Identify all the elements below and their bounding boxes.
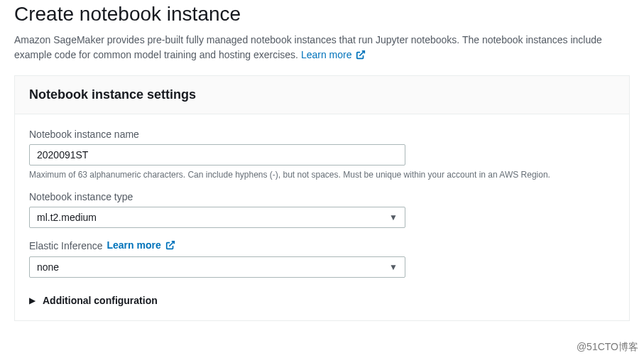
notebook-type-select[interactable]: ml.t2.medium ▼ [29, 207, 405, 228]
settings-card: Notebook instance settings Notebook inst… [14, 75, 630, 321]
learn-more-text: Learn more [301, 49, 352, 60]
caret-right-icon: ▶ [29, 295, 36, 305]
card-header: Notebook instance settings [15, 76, 629, 114]
type-value: ml.t2.medium [37, 212, 97, 223]
notebook-name-input[interactable] [29, 144, 405, 166]
chevron-down-icon: ▼ [389, 262, 398, 272]
type-group: Notebook instance type ml.t2.medium ▼ [29, 191, 615, 228]
name-hint: Maximum of 63 alphanumeric characters. C… [29, 170, 615, 180]
elastic-learn-more-text: Learn more [107, 239, 161, 251]
additional-configuration-toggle[interactable]: ▶ Additional configuration [29, 289, 615, 306]
name-group: Notebook instance name Maximum of 63 alp… [29, 129, 615, 180]
learn-more-link[interactable]: Learn more [301, 49, 366, 60]
elastic-value: none [37, 261, 59, 273]
page-description: Amazon SageMaker provides pre-built full… [14, 33, 630, 64]
elastic-label: Elastic Inference [29, 240, 103, 251]
external-link-icon [356, 49, 366, 64]
page-title: Create notebook instance [14, 3, 630, 26]
elastic-learn-more-link[interactable]: Learn more [107, 239, 175, 252]
card-body: Notebook instance name Maximum of 63 alp… [15, 114, 629, 320]
external-link-icon [165, 240, 175, 252]
watermark: @51CTO博客 [577, 341, 638, 354]
chevron-down-icon: ▼ [389, 212, 398, 222]
name-label: Notebook instance name [29, 129, 615, 140]
elastic-inference-select[interactable]: none ▼ [29, 256, 405, 278]
type-label: Notebook instance type [29, 191, 615, 202]
additional-configuration-label: Additional configuration [43, 295, 158, 306]
elastic-group: Elastic Inference Learn more no [29, 239, 615, 278]
card-header-title: Notebook instance settings [29, 87, 615, 102]
